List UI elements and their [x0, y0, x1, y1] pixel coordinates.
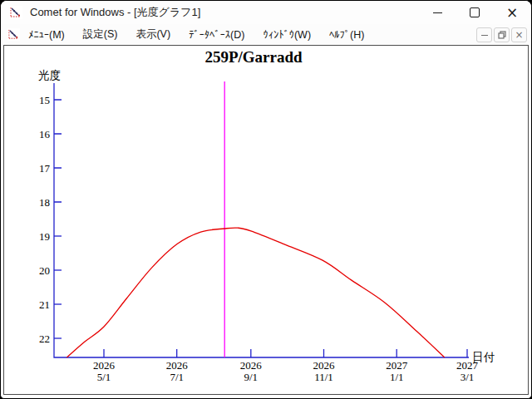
y-tick-label: 18: [39, 196, 50, 209]
menu-item-settings[interactable]: 設定(S): [76, 26, 125, 43]
mdi-restore-button[interactable]: [494, 27, 510, 42]
maximize-icon: [470, 7, 480, 17]
x-tick-label-year: 2026: [240, 359, 263, 372]
mdi-child-system-icon[interactable]: [7, 28, 20, 41]
menu-bar: ﾒﾆｭｰ(M) 設定(S) 表示(V) ﾃﾞｰﾀﾍﾞｰｽ(D) ｳｨﾝﾄﾞｳ(W…: [1, 24, 531, 45]
x-tick-label-date: 7/1: [170, 371, 184, 383]
magnitude-curve: [66, 228, 444, 357]
x-tick-label-year: 2027: [456, 359, 479, 372]
menu-item-help[interactable]: ﾍﾙﾌﾟ(H): [323, 27, 371, 42]
mdi-minimize-button[interactable]: [476, 27, 492, 42]
close-button[interactable]: ×: [500, 2, 525, 23]
menu-item-window[interactable]: ｳｨﾝﾄﾞｳ(W): [256, 27, 318, 42]
mdi-restore-icon: [498, 31, 506, 39]
window-title: Comet for Windows - [光度グラフ1]: [30, 5, 200, 20]
mdi-close-button[interactable]: ×: [511, 27, 527, 42]
x-tick-label-year: 2027: [386, 359, 408, 372]
app-lightcurve-icon[interactable]: [9, 6, 22, 19]
minimize-button[interactable]: [425, 2, 450, 23]
mdi-minimize-icon: [481, 35, 488, 36]
y-tick-label: 16: [39, 128, 51, 140]
close-icon: ×: [506, 6, 518, 20]
minimize-icon: [433, 12, 442, 13]
x-tick-label-date: 11/1: [314, 371, 333, 383]
x-tick-label-year: 2026: [313, 359, 336, 372]
window-controls: ×: [412, 1, 525, 24]
x-tick-label-date: 3/1: [461, 371, 475, 383]
light-curve-chart-area: 259P/Garradd 光度 日付 151617181920212220265…: [3, 45, 529, 395]
y-tick-label: 15: [39, 94, 50, 106]
light-curve-plot: 151617181920212220265/120267/120269/1202…: [4, 46, 529, 395]
app-window: Comet for Windows - [光度グラフ1] × ﾒﾆｭｰ(M) 設…: [0, 0, 532, 399]
y-tick-label: 17: [39, 162, 51, 175]
x-tick-label-date: 9/1: [244, 371, 259, 383]
title-bar: Comet for Windows - [光度グラフ1] ×: [1, 1, 531, 24]
y-tick-label: 19: [39, 230, 50, 243]
y-tick-label: 22: [39, 332, 50, 345]
menu-item-database[interactable]: ﾃﾞｰﾀﾍﾞｰｽ(D): [182, 27, 251, 42]
menu-item-view[interactable]: 表示(V): [129, 26, 177, 43]
y-tick-label: 21: [39, 298, 50, 311]
y-tick-label: 20: [39, 264, 50, 277]
mdi-window-controls: ×: [475, 27, 527, 42]
x-tick-label-year: 2026: [93, 359, 116, 372]
x-tick-label-date: 1/1: [390, 371, 404, 383]
x-tick-label-date: 5/1: [97, 371, 111, 383]
mdi-close-icon: ×: [515, 30, 523, 40]
menu-item-menu[interactable]: ﾒﾆｭｰ(M): [22, 27, 71, 42]
x-tick-label-year: 2026: [166, 359, 189, 372]
axes: [54, 83, 469, 357]
maximize-button[interactable]: [462, 2, 487, 23]
